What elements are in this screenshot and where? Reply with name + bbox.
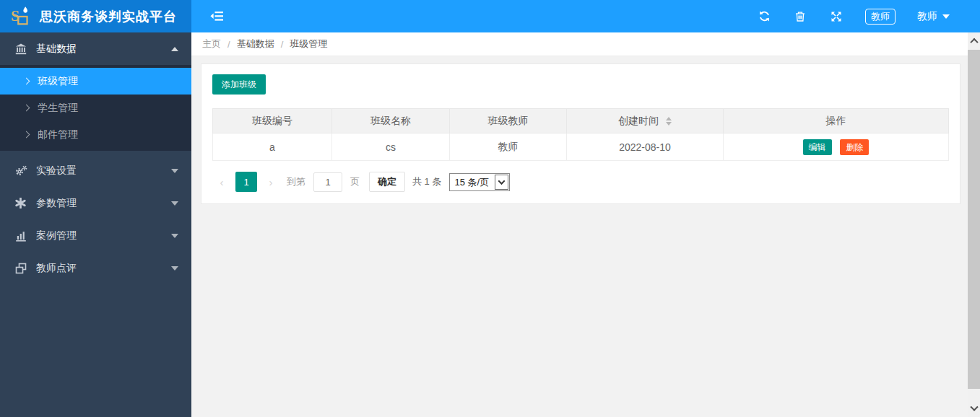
sidebar-item-mail-management[interactable]: 邮件管理 (0, 121, 191, 148)
sidebar-item-label: 教师点评 (36, 262, 171, 275)
cell-teacher: 教师 (450, 133, 567, 161)
chevron-down-icon (942, 14, 950, 19)
chevron-down-icon (171, 234, 178, 238)
breadcrumb: 主页 / 基础数据 / 班级管理 (191, 32, 968, 56)
class-management-card: 添加班级 班级编号 班级名称 班级教师 创建时间 (201, 63, 961, 204)
sidebar-item-student-management[interactable]: 学生管理 (0, 95, 191, 121)
select-dropdown-button[interactable] (495, 175, 508, 190)
cogs-icon (15, 165, 31, 176)
add-class-button[interactable]: 添加班级 (212, 74, 266, 95)
app-logo: S 思沃商务谈判实战平台 (0, 0, 191, 32)
confirm-page-button[interactable]: 确定 (369, 172, 405, 192)
app-screen: S 思沃商务谈判实战平台 (0, 0, 980, 417)
current-page-button[interactable]: 1 (235, 172, 257, 192)
vertical-scrollbar[interactable] (968, 32, 980, 417)
role-badge[interactable]: 教师 (865, 9, 896, 25)
breadcrumb-basic-data: 基础数据 (237, 38, 274, 51)
chevron-right-icon (23, 105, 30, 112)
sidebar-item-experiment-settings[interactable]: 实验设置 (0, 154, 191, 187)
user-dropdown[interactable]: 教师 (917, 10, 950, 23)
breadcrumb-home[interactable]: 主页 (202, 38, 221, 51)
header-actions: 教师 教师 (757, 9, 980, 25)
page-size-value: 15 条/页 (450, 174, 494, 190)
breadcrumb-class-management: 班级管理 (290, 38, 327, 51)
chevron-down-icon (171, 266, 178, 271)
bar-chart-icon (15, 230, 31, 242)
edit-button[interactable]: 编辑 (803, 139, 832, 155)
sidebar-submenu-basic-data: 班级管理 学生管理 邮件管理 (0, 65, 191, 151)
chevron-down-icon (171, 201, 178, 206)
column-header-class-id: 班级编号 (213, 109, 332, 133)
breadcrumb-separator: / (281, 39, 284, 50)
sidebar-collapse-icon[interactable] (210, 11, 224, 22)
refresh-icon[interactable] (757, 9, 771, 24)
chevron-down-icon (171, 169, 178, 173)
user-name: 教师 (917, 10, 937, 23)
sidebar-item-teacher-review[interactable]: 教师点评 (0, 252, 191, 284)
column-header-created-time[interactable]: 创建时间 (567, 109, 724, 133)
column-header-label: 创建时间 (618, 115, 659, 126)
fullscreen-icon[interactable] (829, 9, 844, 24)
chevron-up-icon (171, 47, 178, 51)
pagination: ‹ 1 › 到第 页 确定 共 1 条 15 条/页 (212, 172, 949, 192)
sort-icon[interactable] (666, 117, 672, 126)
scrollbar-thumb[interactable] (968, 50, 980, 389)
chevron-right-icon (23, 131, 30, 139)
prev-page-button[interactable]: ‹ (212, 172, 231, 192)
cell-class-id: a (213, 133, 332, 161)
sidebar-item-label: 基础数据 (36, 43, 171, 56)
scroll-down-arrow[interactable] (968, 403, 980, 415)
top-header: S 思沃商务谈判实战平台 (0, 0, 980, 32)
asterisk-icon (15, 198, 31, 208)
column-header-class-name: 班级名称 (332, 109, 450, 133)
cell-class-name: cs (332, 133, 450, 161)
app-logo-icon: S (10, 5, 33, 28)
windows-icon (15, 263, 31, 274)
sidebar-item-label: 实验设置 (36, 164, 171, 177)
total-count-label: 共 1 条 (412, 175, 441, 188)
page-size-select[interactable]: 15 条/页 (449, 173, 510, 191)
table-row: a cs 教师 2022-08-10 编辑 删除 (213, 133, 949, 161)
goto-page-suffix: 页 (350, 175, 360, 188)
goto-page-prefix: 到第 (287, 175, 305, 188)
delete-button[interactable]: 删除 (840, 139, 869, 155)
table-header-row: 班级编号 班级名称 班级教师 创建时间 操作 (213, 109, 949, 133)
sidebar-item-basic-data[interactable]: 基础数据 (0, 32, 191, 65)
chevron-right-icon (23, 78, 30, 85)
next-page-button[interactable]: › (261, 172, 280, 192)
bank-icon (15, 43, 31, 55)
column-header-actions: 操作 (724, 109, 949, 133)
cell-created-time: 2022-08-10 (567, 133, 724, 161)
sidebar-item-label: 案例管理 (36, 229, 171, 242)
sidebar-item-parameter-management[interactable]: 参数管理 (0, 187, 191, 219)
trash-icon[interactable] (793, 9, 807, 24)
class-table: 班级编号 班级名称 班级教师 创建时间 操作 a (212, 108, 949, 161)
main-content: 添加班级 班级编号 班级名称 班级教师 创建时间 (191, 56, 968, 417)
chevron-down-icon (498, 177, 506, 185)
sidebar-subitem-label: 邮件管理 (38, 128, 78, 141)
app-title: 思沃商务谈判实战平台 (40, 8, 177, 25)
sidebar-item-class-management[interactable]: 班级管理 (0, 68, 191, 95)
cell-actions: 编辑 删除 (724, 133, 949, 161)
scroll-up-arrow[interactable] (968, 35, 980, 47)
sidebar-item-case-management[interactable]: 案例管理 (0, 219, 191, 252)
column-header-teacher: 班级教师 (450, 109, 567, 133)
sidebar-subitem-label: 学生管理 (38, 102, 78, 115)
goto-page-input[interactable] (313, 172, 342, 192)
sidebar-item-label: 参数管理 (36, 197, 171, 210)
breadcrumb-separator: / (227, 39, 230, 50)
sidebar: 基础数据 班级管理 学生管理 邮件管理 (0, 32, 191, 417)
sidebar-subitem-label: 班级管理 (38, 75, 78, 88)
